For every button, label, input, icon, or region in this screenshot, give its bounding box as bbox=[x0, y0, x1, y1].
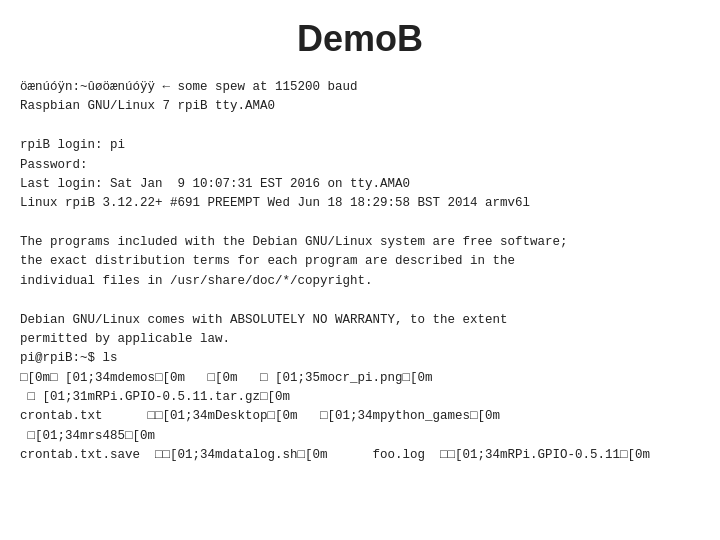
page-title: DemoB bbox=[297, 18, 423, 60]
terminal-output: öænúóÿn:~ûøöænúóÿÿ ← some spew at 115200… bbox=[20, 78, 700, 466]
